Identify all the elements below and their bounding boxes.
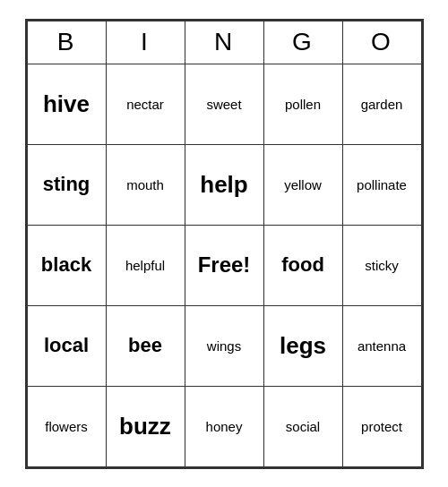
bingo-cell-3-1: bee: [106, 305, 185, 386]
bingo-cell-4-3: social: [263, 386, 342, 466]
bingo-cell-2-0: black: [27, 225, 106, 305]
bingo-cell-0-2: sweet: [185, 64, 263, 144]
bingo-cell-1-1: mouth: [106, 144, 185, 225]
bingo-cell-2-2: Free!: [185, 225, 263, 305]
bingo-row-4: flowersbuzzhoneysocialprotect: [27, 386, 421, 466]
header-cell-b: B: [27, 21, 106, 64]
bingo-cell-2-4: sticky: [342, 225, 421, 305]
header-cell-o: O: [342, 21, 421, 64]
bingo-row-0: hivenectarsweetpollengarden: [27, 64, 421, 144]
bingo-cell-0-1: nectar: [106, 64, 185, 144]
bingo-cell-0-3: pollen: [263, 64, 342, 144]
bingo-card: BINGO hivenectarsweetpollengardenstingmo…: [25, 19, 424, 469]
bingo-cell-2-3: food: [263, 225, 342, 305]
bingo-cell-1-4: pollinate: [342, 144, 421, 225]
bingo-cell-3-3: legs: [263, 305, 342, 386]
bingo-cell-3-0: local: [27, 305, 106, 386]
bingo-cell-3-2: wings: [185, 305, 263, 386]
bingo-row-2: blackhelpfulFree!foodsticky: [27, 225, 421, 305]
bingo-cell-2-1: helpful: [106, 225, 185, 305]
header-cell-n: N: [185, 21, 263, 64]
bingo-row-1: stingmouthhelpyellowpollinate: [27, 144, 421, 225]
bingo-cell-1-0: sting: [27, 144, 106, 225]
bingo-table: BINGO hivenectarsweetpollengardenstingmo…: [27, 21, 422, 467]
bingo-cell-0-0: hive: [27, 64, 106, 144]
header-cell-g: G: [263, 21, 342, 64]
bingo-row-3: localbeewingslegsantenna: [27, 305, 421, 386]
header-cell-i: I: [106, 21, 185, 64]
header-row: BINGO: [27, 21, 421, 64]
bingo-cell-4-4: protect: [342, 386, 421, 466]
bingo-cell-3-4: antenna: [342, 305, 421, 386]
bingo-cell-1-2: help: [185, 144, 263, 225]
bingo-cell-0-4: garden: [342, 64, 421, 144]
bingo-cell-4-2: honey: [185, 386, 263, 466]
bingo-cell-1-3: yellow: [263, 144, 342, 225]
bingo-cell-4-0: flowers: [27, 386, 106, 466]
bingo-cell-4-1: buzz: [106, 386, 185, 466]
